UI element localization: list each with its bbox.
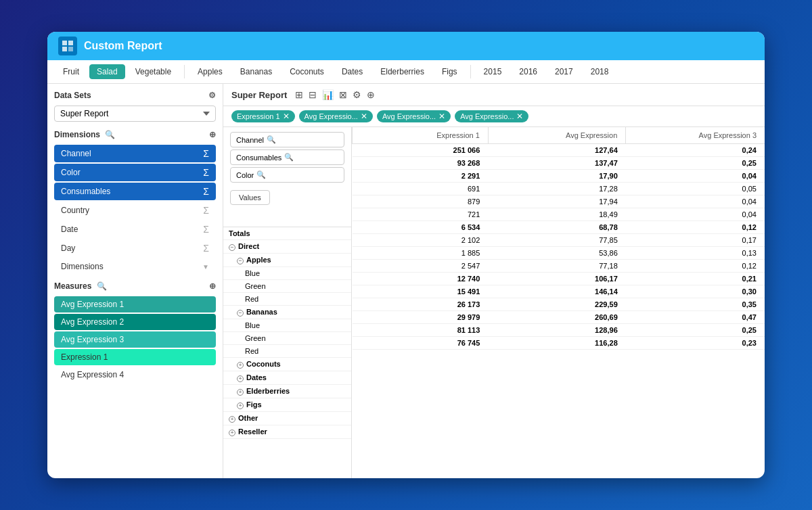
expand-icon[interactable]: +	[237, 389, 244, 396]
sigma-icon: Σ	[203, 205, 209, 216]
expr-tag-2[interactable]: Avg Expressio... ✕	[299, 110, 373, 122]
table-row: 93 268 137,47 0,25	[353, 157, 765, 170]
expand-icon[interactable]: +	[237, 362, 244, 369]
app-icon	[58, 37, 77, 55]
values-btn-container: Values	[223, 187, 351, 208]
table-row: 29 979 260,69 0,47	[353, 311, 765, 324]
gear-icon[interactable]: ⚙	[208, 91, 216, 100]
measure-avg-expr-3[interactable]: Avg Expression 3	[54, 331, 216, 348]
close-icon[interactable]: ✕	[438, 112, 445, 120]
consumables-pill[interactable]: Consumables 🔍	[230, 149, 344, 165]
expand-icon[interactable]: −	[229, 244, 235, 251]
table-row: Red	[223, 292, 351, 305]
tab-dates[interactable]: Dates	[334, 64, 370, 79]
table-row: Totals	[223, 227, 351, 239]
measures-label: Measures 🔍	[54, 281, 107, 291]
expand-icon[interactable]: −	[237, 310, 244, 317]
dimensions-gear-icon[interactable]: ⊕	[209, 130, 216, 139]
data-table-scroll[interactable]: Expression 1 Avg Expression Avg Expressi…	[352, 127, 765, 478]
dim-channel[interactable]: Channel Σ	[54, 145, 216, 162]
report-title: Super Report	[231, 90, 287, 100]
table-row: 12 740 106,17 0,21	[353, 273, 765, 285]
close-icon[interactable]: ✕	[361, 112, 367, 120]
svg-rect-1	[68, 41, 73, 45]
sidebar: Data Sets ⚙ Super Report Dimensions 🔍 ⊕ …	[47, 84, 223, 478]
search-icon[interactable]: 🔍	[284, 153, 294, 162]
expr-tag-1[interactable]: Expression 1 ✕	[231, 110, 295, 122]
main-window: Custom Report Fruit Salad Vegetable Appl…	[47, 32, 765, 478]
tab-elderberries[interactable]: Elderberries	[373, 64, 432, 79]
expand-icon[interactable]: +	[237, 402, 244, 409]
sigma-icon: Σ	[203, 243, 209, 254]
tab-divider	[184, 65, 185, 78]
table-row: Green	[223, 331, 351, 344]
table-row: Blue	[223, 266, 351, 279]
measure-avg-expr-4[interactable]: Avg Expression 4	[54, 367, 216, 383]
app-title: Custom Report	[84, 40, 162, 52]
table-row: 2 547 77,18 0,12	[353, 260, 765, 273]
dim-dimensions[interactable]: Dimensions ▼	[54, 258, 216, 275]
titlebar: Custom Report	[47, 32, 765, 60]
table-row: 721 18,49 0,04	[353, 208, 765, 221]
dim-pills-container: Channel 🔍 Consumables 🔍 Color 🔍	[223, 127, 351, 187]
table-row: +Elderberries	[223, 384, 351, 398]
tab-2016[interactable]: 2016	[512, 64, 545, 79]
dim-consumables[interactable]: Consumables Σ	[54, 183, 216, 200]
dim-country[interactable]: Country Σ	[54, 202, 216, 219]
tab-figs[interactable]: Figs	[434, 64, 465, 79]
table-row: 2 291 17,90 0,04	[353, 170, 765, 183]
table-row: 2 102 77,85 0,17	[353, 234, 765, 247]
expand-icon[interactable]: +	[229, 430, 235, 436]
expand-icon[interactable]: +	[229, 416, 235, 423]
settings-icon[interactable]: ⚙	[353, 89, 361, 100]
pivot-icon[interactable]: ⊟	[309, 89, 317, 100]
measure-avg-expr-2[interactable]: Avg Expression 2	[54, 314, 216, 330]
more-icon[interactable]: ⊕	[367, 89, 375, 100]
col-avg-expr: Avg Expression	[488, 127, 625, 144]
chart-icon[interactable]: 📊	[322, 89, 334, 100]
table-row: −Direct	[223, 239, 351, 253]
dim-date[interactable]: Date Σ	[54, 221, 216, 238]
measure-expr-1[interactable]: Expression 1	[54, 349, 216, 365]
table-row: 81 113 128,96 0,25	[353, 324, 765, 337]
row-header-th	[223, 208, 351, 227]
expr-tag-3[interactable]: Avg Expressio... ✕	[377, 110, 451, 122]
search-icon[interactable]: 🔍	[105, 130, 115, 139]
row-labels-panel: Totals −Direct −Apples Blue Green Red −B…	[223, 208, 351, 478]
expand-icon[interactable]: −	[237, 258, 244, 264]
channel-pill[interactable]: Channel 🔍	[230, 132, 344, 147]
dim-day[interactable]: Day Σ	[54, 239, 216, 257]
svg-rect-0	[62, 41, 67, 45]
table-row: 15 491 146,14 0,30	[353, 285, 765, 298]
table-row: 76 745 116,28 0,23	[353, 337, 765, 350]
tab-2017[interactable]: 2017	[547, 64, 581, 79]
tab-bananas[interactable]: Bananas	[233, 64, 279, 79]
table-row: Blue	[223, 319, 351, 331]
search-icon[interactable]: 🔍	[267, 135, 276, 144]
close-icon[interactable]: ✕	[283, 112, 290, 120]
grid-icon[interactable]: ⊠	[339, 89, 347, 100]
tab-2018[interactable]: 2018	[583, 64, 616, 79]
values-button[interactable]: Values	[230, 190, 270, 205]
tab-vegetable[interactable]: Vegetable	[128, 64, 179, 79]
expand-icon[interactable]: +	[237, 375, 244, 382]
measure-avg-expr-1[interactable]: Avg Expression 1	[54, 296, 216, 312]
expr-tag-4[interactable]: Avg Expressio... ✕	[455, 110, 528, 122]
dataset-select[interactable]: Super Report	[54, 106, 216, 122]
close-icon[interactable]: ✕	[516, 112, 523, 120]
color-pill[interactable]: Color 🔍	[230, 167, 344, 183]
search-icon[interactable]: 🔍	[97, 281, 107, 291]
table-icon[interactable]: ⊞	[295, 89, 303, 100]
measures-gear-icon[interactable]: ⊕	[209, 281, 216, 291]
tab-coconuts[interactable]: Coconuts	[282, 64, 332, 79]
table-row: +Figs	[223, 398, 351, 411]
tab-2015[interactable]: 2015	[476, 64, 510, 79]
expression-tags: Expression 1 ✕ Avg Expressio... ✕ Avg Ex…	[223, 106, 765, 127]
table-row: 1 885 53,86 0,13	[353, 247, 765, 260]
tab-salad[interactable]: Salad	[89, 64, 125, 79]
tab-apples[interactable]: Apples	[190, 64, 230, 79]
tab-fruit[interactable]: Fruit	[55, 64, 87, 79]
report-area: Super Report ⊞ ⊟ 📊 ⊠ ⚙ ⊕ Expression 1 ✕ …	[223, 84, 765, 478]
search-icon[interactable]: 🔍	[256, 170, 266, 179]
dim-color[interactable]: Color Σ	[54, 164, 216, 181]
